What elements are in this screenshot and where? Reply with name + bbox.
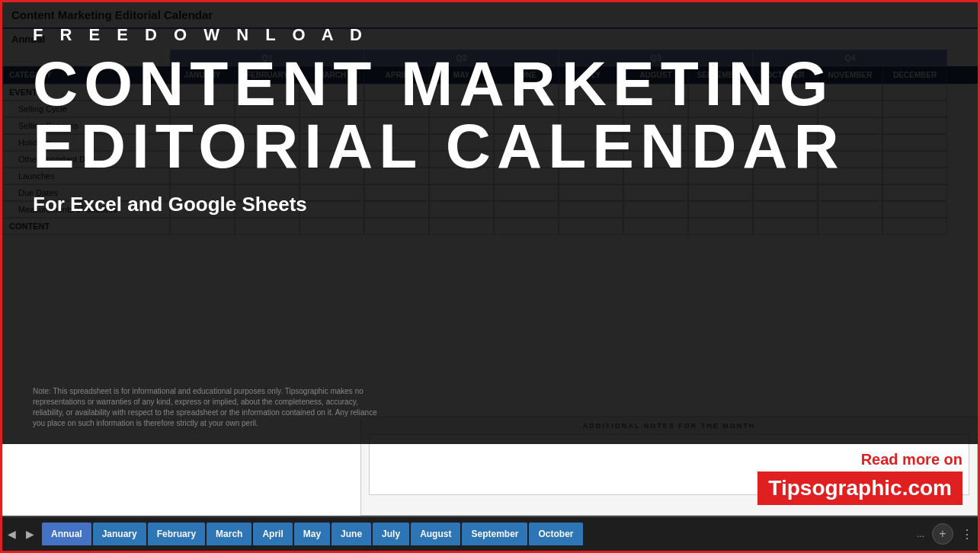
- tab-september[interactable]: September: [462, 523, 527, 545]
- tab-overflow: ...: [912, 529, 929, 539]
- tab-august[interactable]: August: [411, 523, 460, 545]
- promo-overlay: F R E E D O W N L O A D CONTENT MARKETIN…: [2, 2, 978, 444]
- main-title: CONTENT MARKETING EDITORIAL CALENDAR: [33, 53, 947, 177]
- tab-menu-icon[interactable]: ⋮: [956, 527, 978, 542]
- free-download-label: F R E E D O W N L O A D: [33, 25, 947, 45]
- disclaimer-text: Note: This spreadsheet is for informatio…: [33, 386, 383, 429]
- tab-march[interactable]: March: [207, 523, 251, 545]
- tab-nav-prev[interactable]: ◀: [2, 517, 21, 551]
- tab-february[interactable]: February: [148, 523, 205, 545]
- tab-may[interactable]: May: [294, 523, 330, 545]
- read-more-label: Read more on: [757, 451, 962, 468]
- tab-june[interactable]: June: [331, 523, 371, 545]
- add-sheet-button[interactable]: +: [932, 523, 953, 545]
- tab-nav-next[interactable]: ▶: [21, 517, 39, 551]
- overlay-subtitle: For Excel and Google Sheets: [33, 193, 947, 216]
- tab-april[interactable]: April: [253, 523, 292, 545]
- brand-name: Tipsographic.com: [757, 471, 962, 505]
- tab-october[interactable]: October: [529, 523, 582, 545]
- main-title-line2: EDITORIAL CALENDAR: [33, 111, 845, 181]
- tab-january[interactable]: January: [93, 523, 146, 545]
- tab-annual[interactable]: Annual: [42, 523, 91, 545]
- tabs-container: Annual January February March April May …: [39, 523, 912, 545]
- tab-july[interactable]: July: [373, 523, 409, 545]
- tab-bar: ◀ ▶ Annual January February March April …: [2, 516, 978, 551]
- main-title-line1: CONTENT MARKETING: [33, 49, 834, 118]
- branding-box: Read more on Tipsographic.com: [757, 451, 962, 505]
